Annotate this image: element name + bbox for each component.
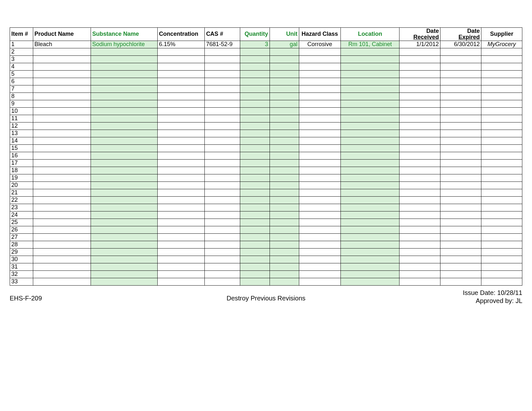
cell-supplier <box>481 70 522 78</box>
cell-product <box>33 181 91 189</box>
cell-concentration <box>157 122 204 130</box>
cell-unit <box>270 226 299 233</box>
cell-unit <box>270 152 299 159</box>
cell-date-received <box>399 159 440 167</box>
cell-hazard <box>299 93 341 100</box>
table-row: 5 <box>10 70 522 78</box>
cell-concentration <box>157 219 204 226</box>
cell-date-received <box>399 78 440 85</box>
cell-supplier <box>481 241 522 248</box>
cell-supplier <box>481 278 522 285</box>
cell-hazard <box>299 211 341 219</box>
cell-unit <box>270 233 299 241</box>
cell-location <box>341 85 399 93</box>
cell-unit <box>270 167 299 174</box>
table-row: 4 <box>10 63 522 70</box>
cell-cas: 7681-52-9 <box>205 41 240 48</box>
cell-substance <box>91 70 158 78</box>
cell-concentration <box>157 55 204 63</box>
cell-unit <box>270 248 299 256</box>
inventory-table: Item # Product Name Substance Name Conce… <box>10 27 522 286</box>
cell-concentration <box>157 226 204 233</box>
cell-quantity <box>240 70 270 78</box>
cell-product <box>33 48 91 55</box>
cell-date-expired <box>440 159 481 167</box>
cell-cas <box>205 55 240 63</box>
cell-location <box>341 100 399 107</box>
cell-quantity <box>240 226 270 233</box>
cell-date-received <box>399 219 440 226</box>
cell-supplier <box>481 63 522 70</box>
cell-location <box>341 278 399 285</box>
cell-unit <box>270 100 299 107</box>
cell-substance <box>91 48 158 55</box>
cell-unit <box>270 241 299 248</box>
header-row: Item # Product Name Substance Name Conce… <box>10 28 522 41</box>
cell-hazard <box>299 107 341 115</box>
cell-quantity <box>240 189 270 196</box>
cell-unit <box>270 78 299 85</box>
cell-unit <box>270 70 299 78</box>
cell-substance <box>91 115 158 122</box>
cell-item: 10 <box>10 107 33 115</box>
cell-cas <box>205 256 240 263</box>
cell-quantity <box>240 167 270 174</box>
cell-concentration <box>157 278 204 285</box>
cell-supplier <box>481 256 522 263</box>
cell-date-received <box>399 115 440 122</box>
cell-date-expired <box>440 233 481 241</box>
cell-unit <box>270 144 299 152</box>
table-row: 20 <box>10 181 522 189</box>
cell-supplier <box>481 144 522 152</box>
cell-location <box>341 63 399 70</box>
cell-concentration <box>157 100 204 107</box>
cell-quantity <box>240 181 270 189</box>
cell-unit <box>270 115 299 122</box>
cell-cas <box>205 233 240 241</box>
cell-substance <box>91 63 158 70</box>
cell-cas <box>205 48 240 55</box>
table-row: 32 <box>10 270 522 278</box>
table-row: 1BleachSodium hypochlorite6.15%7681-52-9… <box>10 41 522 48</box>
cell-cas <box>205 181 240 189</box>
cell-substance: Sodium hypochlorite <box>91 41 158 48</box>
cell-unit <box>270 122 299 130</box>
cell-unit <box>270 270 299 278</box>
hdr-unit: Unit <box>270 28 299 41</box>
cell-hazard <box>299 159 341 167</box>
table-row: 10 <box>10 107 522 115</box>
cell-product <box>33 122 91 130</box>
cell-concentration <box>157 152 204 159</box>
cell-supplier <box>481 167 522 174</box>
cell-item: 23 <box>10 204 33 211</box>
cell-cas <box>205 204 240 211</box>
cell-item: 21 <box>10 189 33 196</box>
hdr-date-received-top: Date <box>426 28 439 34</box>
cell-substance <box>91 233 158 241</box>
cell-unit <box>270 137 299 144</box>
hdr-date-expired-top: Date <box>467 28 480 34</box>
cell-product <box>33 159 91 167</box>
cell-concentration <box>157 181 204 189</box>
cell-unit <box>270 107 299 115</box>
cell-date-expired <box>440 70 481 78</box>
cell-hazard <box>299 219 341 226</box>
cell-concentration <box>157 70 204 78</box>
table-row: 12 <box>10 122 522 130</box>
cell-quantity <box>240 211 270 219</box>
cell-quantity <box>240 107 270 115</box>
cell-product <box>33 233 91 241</box>
cell-product <box>33 100 91 107</box>
hdr-hazard: Hazard Class <box>299 28 341 41</box>
cell-unit <box>270 256 299 263</box>
cell-cas <box>205 167 240 174</box>
hdr-product: Product Name <box>33 28 91 41</box>
hdr-quantity: Quantity <box>240 28 270 41</box>
cell-substance <box>91 144 158 152</box>
cell-product <box>33 263 91 270</box>
footer-issue-date: Issue Date: 10/28/11 <box>463 289 522 297</box>
cell-unit <box>270 219 299 226</box>
cell-substance <box>91 122 158 130</box>
cell-date-received <box>399 130 440 137</box>
hdr-concentration: Concentration <box>157 28 204 41</box>
